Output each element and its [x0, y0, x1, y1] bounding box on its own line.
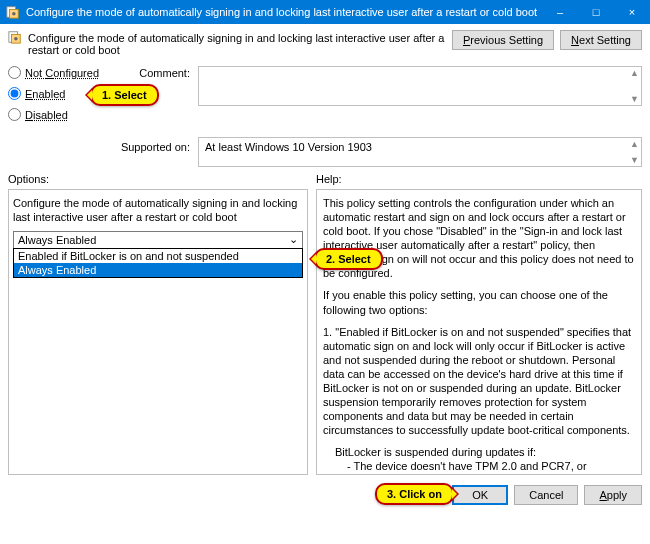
options-panel: Configure the mode of automatically sign…	[8, 189, 308, 475]
radio-not-configured-input[interactable]	[8, 66, 21, 79]
help-text: - The device doesn't have TPM 2.0 and PC…	[323, 459, 635, 473]
help-label: Help:	[316, 173, 642, 185]
options-label: Options:	[8, 173, 308, 185]
close-button[interactable]: ×	[614, 0, 650, 24]
dropdown-item-always[interactable]: Always Enabled	[14, 263, 302, 277]
scroll-down-icon[interactable]: ▼	[630, 155, 639, 165]
supported-on-value: At least Windows 10 Version 1903	[205, 141, 372, 153]
mode-dropdown[interactable]: Always Enabled ⌄	[13, 231, 303, 249]
radio-disabled[interactable]: DisabledDisabled	[8, 108, 128, 121]
footer: 3. Click on OK Cancel ApplyApply	[0, 479, 650, 511]
apply-button[interactable]: ApplyApply	[584, 485, 642, 505]
gpedit-icon	[6, 5, 20, 19]
gpedit-icon	[8, 30, 22, 46]
dropdown-list: Enabled if BitLocker is on and not suspe…	[13, 248, 303, 278]
next-setting-button[interactable]: Next SettingNext Setting	[560, 30, 642, 50]
help-text: If you enable this policy setting, you c…	[323, 288, 635, 316]
titlebar: Configure the mode of automatically sign…	[0, 0, 650, 24]
scroll-down-icon[interactable]: ▼	[630, 94, 639, 104]
help-text: - The device doesn't use a TPM-only prot…	[323, 473, 635, 475]
help-text: 1. "Enabled if BitLocker is on and not s…	[323, 325, 635, 438]
help-panel: This policy setting controls the configu…	[316, 189, 642, 475]
policy-title: Configure the mode of automatically sign…	[28, 30, 446, 56]
svg-point-2	[12, 12, 16, 16]
radio-enabled-input[interactable]	[8, 87, 21, 100]
chevron-down-icon: ⌄	[289, 233, 298, 246]
dropdown-item-bitlocker[interactable]: Enabled if BitLocker is on and not suspe…	[14, 249, 302, 263]
previous-setting-button[interactable]: PPrevious Settingrevious Setting	[452, 30, 554, 50]
cancel-button[interactable]: Cancel	[514, 485, 578, 505]
supported-on-field: At least Windows 10 Version 1903 ▲ ▼	[198, 137, 642, 167]
minimize-button[interactable]: –	[542, 0, 578, 24]
window-title: Configure the mode of automatically sign…	[26, 6, 542, 18]
svg-point-5	[14, 37, 18, 41]
radio-disabled-input[interactable]	[8, 108, 21, 121]
radio-enabled[interactable]: EnabledEnabled 1. Select	[8, 87, 128, 100]
maximize-button[interactable]: □	[578, 0, 614, 24]
scroll-up-icon[interactable]: ▲	[630, 139, 639, 149]
option-description: Configure the mode of automatically sign…	[13, 196, 303, 225]
callout-3: 3. Click on	[375, 483, 454, 505]
radio-not-configured[interactable]: Not ConfiguredNot Configured	[8, 66, 128, 79]
supported-on-label: Supported on:	[8, 137, 198, 167]
help-text: BitLocker is suspended during updates if…	[323, 445, 635, 459]
scroll-up-icon[interactable]: ▲	[630, 68, 639, 78]
callout-2: 2. Select	[314, 248, 383, 270]
dropdown-selected-value: Always Enabled	[18, 234, 96, 246]
comment-textarea[interactable]: ▲ ▼	[198, 66, 642, 106]
callout-1: 1. Select	[90, 84, 159, 106]
